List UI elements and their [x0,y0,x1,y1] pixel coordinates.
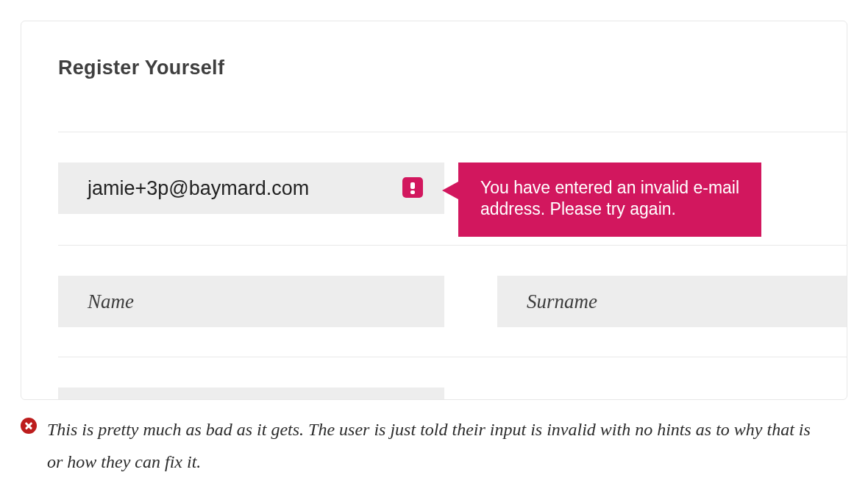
email-value: jamie+3p@baymard.com [88,177,309,200]
figure-caption: This is pretty much as bad as it gets. T… [21,413,847,479]
form-heading: Register Yourself [58,57,847,79]
divider [58,132,847,132]
divider [58,245,847,246]
caption-text: This is pretty much as bad as it gets. T… [47,413,827,479]
email-field[interactable]: jamie+3p@baymard.com [58,162,444,214]
error-tooltip: You have entered an invalid e-mail addre… [458,162,761,237]
name-field[interactable]: Name [58,276,444,327]
error-message: You have entered an invalid e-mail addre… [480,178,739,218]
error-icon [402,177,423,198]
name-placeholder: Name [88,290,134,313]
birth-date-field[interactable]: Birth Date [58,388,444,400]
surname-placeholder: Surname [527,290,597,313]
form-card: Register Yourself jamie+3p@baymard.com Y… [21,21,847,400]
divider [58,357,847,357]
error-circle-icon [21,418,37,434]
surname-field[interactable]: Surname [497,276,847,327]
